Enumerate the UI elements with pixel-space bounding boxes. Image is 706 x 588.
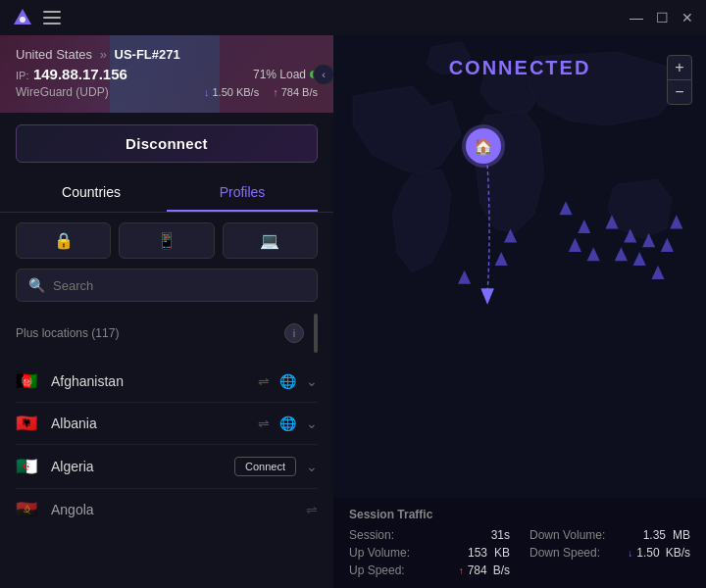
flag-albania: 🇦🇱 [16,415,41,432]
down-speed: ↓ 1.50 KB/s [204,86,259,98]
location-country: United States [16,47,92,62]
up-volume-value: 153 KB [468,546,510,560]
country-item-angola[interactable]: 🇦🇴 Angola ⇌ [16,489,318,530]
disconnect-button[interactable]: Disconnect [16,124,318,163]
speed-info: ↓ 1.50 KB/s ↑ 784 B/s [204,86,318,98]
session-traffic-title: Session Traffic [349,508,690,521]
connected-label: CONNECTED [449,57,591,79]
main-layout: United States » US-FL#271 IP: 149.88.17.… [0,35,706,588]
up-speed: ↑ 784 B/s [273,86,318,98]
session-value: 31s [491,528,510,542]
title-bar-controls: — ☐ ✕ [630,11,694,24]
up-speed-arrow-icon: ↑ [459,565,464,576]
zoom-out-button[interactable]: − [667,79,692,105]
left-panel: United States » US-FL#271 IP: 149.88.17.… [0,35,333,588]
refresh-icon-albania[interactable]: ⇌ [258,416,270,431]
ip-value: 149.88.17.156 [33,66,127,82]
location-arrow: » [100,47,107,62]
device-filter-icon: 💻 [260,231,279,250]
expand-btn-afghanistan[interactable]: ⌄ [306,373,318,389]
down-speed-value: 1.50 KB/s [212,86,259,98]
country-name-albania: Albania [51,416,248,431]
up-volume-label: Up Volume: [349,546,410,560]
country-actions-algeria: Connect ⌄ [234,457,318,476]
up-speed-label: Up Speed: [349,564,405,577]
ip-label: IP: [16,70,28,81]
country-list: 🇦🇫 Afghanistan ⇌ 🌐 ⌄ 🇦🇱 Albania ⇌ 🌐 ⌄ [0,361,333,588]
hamburger-menu-icon[interactable] [43,11,61,24]
phone-filter-button[interactable]: 📱 [119,222,214,259]
app-logo-icon [12,7,33,28]
lock-filter-icon: 🔒 [54,231,74,250]
refresh-icon-angola[interactable]: ⇌ [306,502,318,517]
close-button[interactable]: ✕ [681,11,694,24]
zoom-in-button[interactable]: + [667,55,692,80]
expand-btn-albania[interactable]: ⌄ [306,416,318,431]
plus-right: i [284,314,318,353]
globe-icon-albania[interactable]: 🌐 [279,416,296,431]
search-box: 🔍 [16,269,318,302]
search-section: 🔍 [0,269,333,310]
lock-filter-button[interactable]: 🔒 [16,222,111,259]
country-item-algeria[interactable]: 🇩🇿 Algeria Connect ⌄ [16,445,318,489]
svg-point-1 [20,17,25,23]
traffic-grid: Session: 31s Down Volume: 1.35 MB Up Vol… [349,527,690,578]
tab-profiles[interactable]: Profiles [167,174,318,212]
search-icon: 🔍 [28,277,45,293]
down-speed-arrow-icon: ↓ [628,548,632,559]
down-speed-unit: KB/s [666,546,690,560]
traffic-row-session: Session: 31s [349,527,510,543]
down-speed-label: Down Speed: [530,546,600,560]
country-actions-afghanistan: ⇌ 🌐 ⌄ [258,373,318,389]
collapse-panel-button[interactable]: ‹ [313,64,333,85]
zoom-controls: + − [667,55,692,105]
phone-filter-icon: 📱 [157,231,176,250]
protocol-name: WireGuard (UDP) [16,85,109,99]
load-text: 71% Load [253,68,306,81]
scrollbar [314,314,318,353]
country-name-afghanistan: Afghanistan [51,373,248,389]
device-filter-button[interactable]: 💻 [223,222,318,259]
up-speed-num: 784 [468,564,487,577]
down-speed-value: ↓ 1.50 KB/s [628,546,690,560]
down-vol-unit: MB [673,528,690,542]
info-button[interactable]: i [284,323,304,343]
up-speed-value: 784 B/s [281,86,318,98]
traffic-row-up-vol: Up Volume: 153 KB [349,545,510,561]
traffic-row-down-speed: Down Speed: ↓ 1.50 KB/s [530,545,690,561]
plus-locations-row: Plus locations (117) i [0,310,333,361]
country-name-angola: Angola [51,502,296,517]
up-vol-num: 153 [468,546,487,560]
flag-angola: 🇦🇴 [16,501,41,518]
tab-countries[interactable]: Countries [16,174,167,212]
location-line: United States » US-FL#271 [16,47,318,62]
up-arrow-icon: ↑ [273,86,278,98]
globe-icon-afghanistan[interactable]: 🌐 [279,373,296,389]
country-actions-albania: ⇌ 🌐 ⌄ [258,416,318,431]
expand-btn-algeria[interactable]: ⌄ [306,459,318,474]
session-label: Session: [349,528,394,542]
title-bar: — ☐ ✕ [0,0,706,35]
traffic-row-up-speed: Up Speed: ↑ 784 B/s [349,563,510,578]
home-location-pin: 🏠 [466,128,501,164]
minimize-button[interactable]: — [630,11,643,24]
down-arrow-icon: ↓ [204,86,210,98]
server-name: US-FL#271 [115,47,180,62]
ip-row: IP: 149.88.17.156 71% Load [16,66,318,83]
down-speed-num: 1.50 [636,546,659,560]
up-speed-value: ↑ 784 B/s [459,564,510,577]
country-item-afghanistan[interactable]: 🇦🇫 Afghanistan ⇌ 🌐 ⌄ [16,361,318,403]
down-vol-num: 1.35 [643,528,666,542]
flag-algeria: 🇩🇿 [16,458,41,475]
down-volume-label: Down Volume: [530,528,605,542]
maximize-button[interactable]: ☐ [655,11,669,24]
plus-locations-label: Plus locations (117) [16,326,119,340]
load-info: 71% Load [253,68,318,81]
session-traffic-panel: Session Traffic Session: 31s Down Volume… [333,498,706,588]
country-item-albania[interactable]: 🇦🇱 Albania ⇌ 🌐 ⌄ [16,403,318,445]
country-name-algeria: Algeria [51,459,225,474]
disconnect-section: Disconnect [0,113,333,174]
refresh-icon-afghanistan[interactable]: ⇌ [258,373,270,389]
search-input[interactable] [53,278,305,293]
connect-button-algeria[interactable]: Connect [234,457,296,476]
